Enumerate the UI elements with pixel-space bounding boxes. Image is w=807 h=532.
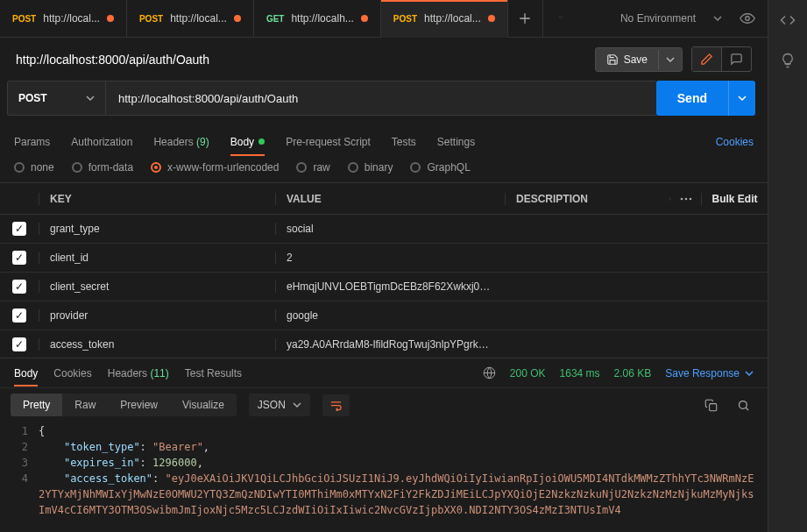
cell-key[interactable]: client_id — [39, 252, 275, 264]
bodytype-raw[interactable]: raw — [296, 161, 329, 174]
checkbox-icon[interactable]: ✓ — [12, 251, 26, 265]
tab-label: http://localh... — [291, 12, 353, 25]
checkbox-icon[interactable]: ✓ — [12, 280, 26, 294]
response-body[interactable]: 1{ 2 "token_type": "Bearer", 3 "expires_… — [0, 422, 768, 532]
environment-label: No Environment — [620, 12, 696, 25]
checkbox-icon[interactable]: ✓ — [12, 309, 26, 323]
view-pretty[interactable]: Pretty — [11, 394, 62, 416]
table-row[interactable]: ✓ client_id 2 — [0, 244, 768, 273]
subtab-authorization[interactable]: Authorization — [71, 129, 132, 155]
method-selector[interactable]: POST — [7, 81, 105, 116]
save-button[interactable]: Save — [595, 47, 683, 72]
subtab-headers[interactable]: Headers (9) — [153, 129, 209, 155]
svg-rect-8 — [710, 403, 717, 410]
format-selector[interactable]: JSON — [249, 394, 310, 416]
resptab-cookies[interactable]: Cookies — [53, 362, 91, 385]
cell-key[interactable]: provider — [39, 309, 275, 322]
tab-2[interactable]: GET http://localh... — [254, 0, 381, 38]
col-key: KEY — [39, 193, 275, 205]
svg-point-2 — [562, 17, 563, 18]
cell-key[interactable]: client_secret — [39, 280, 275, 293]
send-dropdown[interactable] — [728, 81, 755, 116]
radio-icon — [296, 162, 307, 173]
send-button[interactable]: Send — [656, 81, 755, 116]
new-tab-button[interactable] — [508, 0, 543, 38]
table-row[interactable]: ✓ provider google — [0, 301, 768, 330]
svg-point-6 — [689, 197, 691, 200]
bodytype-binary[interactable]: binary — [348, 161, 393, 174]
tab-3-active[interactable]: POST http://local... — [381, 0, 508, 38]
table-row[interactable]: ✓ grant_type social — [0, 215, 768, 244]
comments-icon[interactable] — [721, 47, 751, 71]
save-response-button[interactable]: Save Response — [665, 367, 754, 379]
edit-icon[interactable] — [692, 47, 721, 71]
view-preview[interactable]: Preview — [108, 394, 170, 416]
cookies-link[interactable]: Cookies — [716, 136, 754, 148]
tab-method: GET — [266, 14, 285, 24]
subtab-params[interactable]: Params — [14, 129, 50, 155]
cell-value[interactable]: ya29.A0ARrdaM8-lfildRogTwuj3nlpYPgrkDE..… — [275, 338, 505, 351]
table-row[interactable]: ✓ access_token ya29.A0ARrdaM8-lfildRogTw… — [0, 330, 768, 358]
cell-value[interactable]: social — [275, 223, 505, 235]
response-status: 200 OK — [510, 367, 546, 379]
bodytype-graphql[interactable]: GraphQL — [410, 161, 470, 174]
bulb-icon[interactable] — [780, 53, 796, 68]
copy-icon[interactable] — [704, 399, 718, 412]
table-row[interactable]: ✓ client_secret eHmqjUNVLOEBTigmDcEBz8F6… — [0, 273, 768, 301]
save-dropdown[interactable] — [658, 50, 682, 69]
json-line: "token_type": "Bearer", — [39, 439, 768, 455]
view-segmented: Pretty Raw Preview Visualize — [11, 394, 237, 416]
col-options-button[interactable] — [669, 197, 701, 201]
cell-value[interactable]: 2 — [275, 252, 505, 264]
resptab-testresults[interactable]: Test Results — [185, 362, 242, 385]
tab-label: http://local... — [424, 12, 481, 25]
tab-0[interactable]: POST http://local... — [0, 0, 127, 38]
resptab-body[interactable]: Body — [14, 362, 38, 385]
col-description: DESCRIPTION — [505, 193, 669, 205]
globe-icon[interactable] — [483, 366, 496, 379]
table-head: KEY VALUE DESCRIPTION Bulk Edit — [0, 183, 768, 215]
dirty-dot-icon — [361, 15, 368, 22]
view-visualize[interactable]: Visualize — [170, 394, 237, 416]
radio-icon — [72, 162, 82, 173]
cell-key[interactable]: access_token — [39, 338, 275, 351]
subtab-tests[interactable]: Tests — [392, 129, 416, 155]
cell-value[interactable]: eHmqjUNVLOEBTigmDcEBz8F62Xwkxj0kP... — [275, 280, 505, 293]
wrap-lines-button[interactable] — [322, 394, 350, 416]
checkbox-icon[interactable]: ✓ — [12, 222, 26, 236]
active-dot-icon — [258, 138, 265, 145]
tab-overflow-button[interactable] — [543, 17, 578, 20]
bodytype-formdata[interactable]: form-data — [72, 161, 133, 174]
body-type-row: none form-data x-www-form-urlencoded raw… — [0, 158, 768, 182]
cell-key[interactable]: grant_type — [39, 223, 275, 235]
subtab-settings[interactable]: Settings — [437, 129, 475, 155]
response-size: 2.06 KB — [614, 367, 652, 379]
bodytype-none[interactable]: none — [14, 161, 54, 174]
json-line: "expires_in": 1296000, — [39, 455, 768, 471]
resptab-headers[interactable]: Headers (11) — [108, 362, 169, 385]
col-value: VALUE — [275, 193, 505, 205]
subtab-body[interactable]: Body — [230, 129, 265, 155]
bodytype-xwww[interactable]: x-www-form-urlencoded — [151, 161, 279, 174]
svg-point-3 — [746, 17, 750, 21]
url-input[interactable] — [105, 81, 656, 116]
save-icon — [606, 53, 619, 66]
radio-icon — [151, 162, 161, 173]
tab-1[interactable]: POST http://local... — [127, 0, 254, 38]
eye-icon[interactable] — [740, 11, 755, 26]
svg-point-9 — [740, 401, 747, 408]
search-icon[interactable] — [737, 399, 750, 412]
code-icon[interactable] — [780, 12, 796, 28]
bulk-edit-button[interactable]: Bulk Edit — [701, 193, 768, 205]
view-raw[interactable]: Raw — [62, 394, 108, 416]
json-line: "access_token": "eyJ0eXAiOiJKV1QiLCJhbGc… — [39, 471, 768, 518]
chevron-down-icon — [745, 369, 754, 378]
radio-icon — [14, 162, 25, 173]
method-value: POST — [18, 92, 47, 104]
checkbox-icon[interactable]: ✓ — [12, 337, 26, 351]
environment-selector[interactable]: No Environment — [608, 0, 768, 38]
request-title: http://localhost:8000/api/auth/Oauth — [16, 53, 209, 67]
subtab-prerequest[interactable]: Pre-request Script — [286, 129, 371, 155]
chevron-down-icon — [86, 94, 95, 103]
cell-value[interactable]: google — [275, 309, 505, 322]
